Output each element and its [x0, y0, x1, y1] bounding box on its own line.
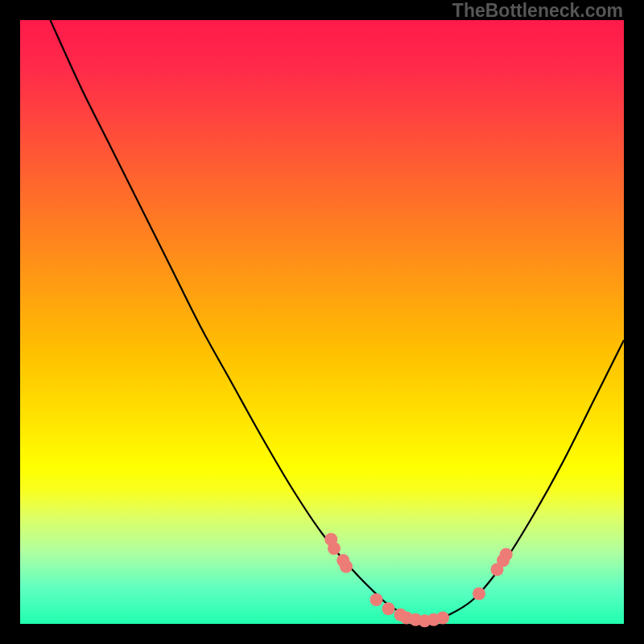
data-marker	[382, 602, 395, 615]
data-marker	[473, 588, 485, 601]
bottleneck-curve	[51, 20, 625, 621]
watermark-text: TheBottleneck.com	[452, 0, 623, 22]
data-marker	[436, 612, 449, 625]
chart-svg	[20, 20, 624, 624]
data-marker	[328, 542, 341, 555]
data-marker	[340, 560, 353, 573]
data-marker	[500, 548, 513, 561]
data-marker	[370, 593, 383, 606]
plot-area	[20, 20, 624, 624]
chart-frame: TheBottleneck.com	[0, 0, 644, 644]
marker-group	[324, 533, 513, 627]
